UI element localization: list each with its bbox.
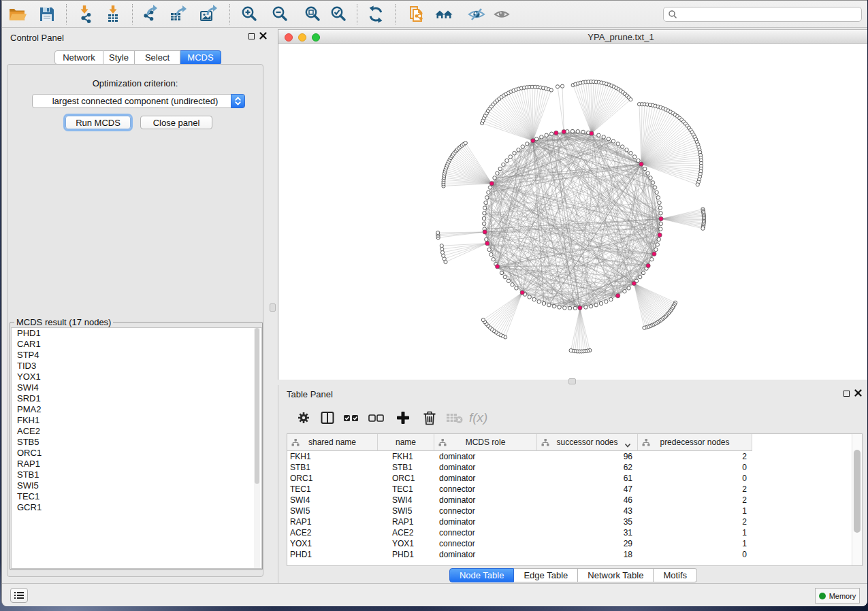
- table-tab-edge-table[interactable]: Edge Table: [514, 568, 578, 582]
- add-icon: [396, 410, 411, 425]
- import-network-icon: [76, 5, 95, 24]
- cell-name: ACE2: [378, 527, 434, 538]
- table-scrollbar[interactable]: [852, 434, 862, 565]
- column-header-name[interactable]: name: [378, 434, 434, 451]
- horizontal-splitter-grip[interactable]: [568, 378, 576, 384]
- network-overview-button[interactable]: [433, 3, 455, 25]
- mcds-result-item[interactable]: STB1: [12, 469, 261, 480]
- cell-MCDS-role: dominator: [434, 473, 537, 484]
- zoom-in-button[interactable]: [238, 3, 260, 25]
- tab-select[interactable]: Select: [135, 50, 180, 65]
- mcds-result-item[interactable]: TEC1: [12, 491, 261, 502]
- zoom-selected-button[interactable]: [327, 3, 349, 25]
- show-panel-button[interactable]: [491, 3, 513, 25]
- refresh-button[interactable]: [365, 3, 387, 25]
- cell-shared-name: RAP1: [287, 516, 378, 527]
- mcds-result-item[interactable]: FKH1: [12, 415, 261, 426]
- network-window-titlebar[interactable]: YPA_prune.txt_1: [278, 29, 867, 44]
- zoom-fit-button[interactable]: [302, 3, 323, 25]
- column-header-shared-name[interactable]: shared name: [287, 434, 378, 451]
- table-row[interactable]: PHD1PHD1dominator180: [287, 549, 752, 560]
- mcds-result-item[interactable]: PMA2: [12, 404, 261, 415]
- table-row[interactable]: YOX1YOX1connector291: [287, 538, 752, 549]
- mcds-result-item[interactable]: ACE2: [12, 426, 261, 437]
- table-row[interactable]: FKH1FKH1dominator962: [287, 451, 752, 462]
- cell-predecessor-nodes: 1: [638, 506, 752, 516]
- close-panel-icon[interactable]: [259, 31, 267, 42]
- tab-mcds[interactable]: MCDS: [180, 50, 221, 65]
- tab-style[interactable]: Style: [103, 50, 135, 65]
- cell-name: PHD1: [378, 549, 434, 560]
- close-table-panel-icon[interactable]: [854, 389, 862, 399]
- export-table-icon: [169, 5, 188, 24]
- save-session-icon: [37, 5, 57, 24]
- float-table-panel-icon[interactable]: [843, 391, 850, 397]
- memory-button[interactable]: Memory: [815, 588, 860, 604]
- import-network-button[interactable]: [74, 3, 96, 25]
- table-row[interactable]: ACE2ACE2connector311: [287, 527, 752, 538]
- result-scrollbar-thumb[interactable]: [255, 328, 259, 484]
- table-row[interactable]: STB1STB1dominator620: [287, 462, 752, 473]
- mcds-result-item[interactable]: CAR1: [12, 339, 261, 350]
- mcds-result-item[interactable]: STB5: [12, 437, 261, 448]
- mcds-result-item[interactable]: PHD1: [12, 328, 261, 339]
- mcds-result-item[interactable]: TID3: [12, 361, 261, 371]
- control-panel-header: Control Panel: [2, 28, 268, 47]
- table-row[interactable]: RAP1RAP1dominator352: [287, 516, 752, 527]
- hide-panel-button[interactable]: [466, 3, 487, 25]
- column-label: successor nodes: [556, 437, 617, 447]
- table-row[interactable]: ORC1ORC1dominator610: [287, 473, 752, 484]
- export-table-button[interactable]: [167, 3, 189, 25]
- float-panel-icon[interactable]: [248, 33, 255, 39]
- vertical-splitter-grip[interactable]: [270, 303, 276, 312]
- zoom-selected-icon: [329, 5, 348, 24]
- run-mcds-button[interactable]: Run MCDS: [65, 116, 131, 129]
- column-header-predecessor-nodes[interactable]: predecessor nodes: [638, 434, 752, 451]
- mcds-result-item[interactable]: SWI5: [12, 480, 261, 491]
- mcds-result-item[interactable]: SWI4: [12, 382, 261, 393]
- table-scrollbar-thumb[interactable]: [854, 450, 861, 533]
- import-table-button[interactable]: [103, 3, 125, 25]
- clone-network-button[interactable]: [406, 3, 428, 25]
- deselect-all-button[interactable]: [366, 408, 387, 428]
- gear-button[interactable]: [293, 408, 314, 428]
- dropdown-stepper-icon: [231, 94, 245, 108]
- search-input[interactable]: [663, 7, 862, 22]
- table-row[interactable]: TEC1TEC1connector472: [287, 484, 752, 495]
- save-session-button[interactable]: [36, 3, 58, 25]
- select-all-button[interactable]: [341, 408, 361, 428]
- table-row[interactable]: SWI4SWI4dominator462: [287, 495, 752, 506]
- zoom-out-button[interactable]: [269, 3, 291, 25]
- cell-name: SWI4: [378, 495, 434, 506]
- horizontal-splitter[interactable]: [278, 380, 867, 385]
- table-tab-motifs[interactable]: Motifs: [654, 568, 697, 582]
- mcds-result-item[interactable]: RAP1: [12, 459, 261, 469]
- mcds-result-item[interactable]: STP4: [12, 350, 261, 361]
- task-history-button[interactable]: [10, 588, 28, 603]
- add-button[interactable]: [393, 408, 413, 428]
- tab-network[interactable]: Network: [54, 50, 103, 65]
- mcds-result-item[interactable]: GCR1: [12, 502, 261, 513]
- criterion-dropdown[interactable]: largest connected component (undirected): [32, 94, 245, 108]
- table-row[interactable]: SWI5SWI5connector431: [287, 506, 752, 516]
- export-network-button[interactable]: [139, 3, 161, 25]
- close-panel-button[interactable]: Close panel: [140, 116, 212, 129]
- mcds-result-item[interactable]: YOX1: [12, 371, 261, 382]
- open-file-icon: [7, 5, 27, 24]
- mcds-result-item[interactable]: ORC1: [12, 448, 261, 459]
- vertical-splitter[interactable]: [268, 28, 278, 583]
- network-canvas[interactable]: [278, 44, 867, 380]
- column-header-MCDS-role[interactable]: MCDS role: [434, 434, 537, 451]
- table-tab-node-table[interactable]: Node Table: [449, 568, 515, 582]
- open-file-button[interactable]: [6, 3, 28, 25]
- table-panel-header: Table Panel: [278, 385, 867, 403]
- mcds-result-item[interactable]: SRD1: [12, 393, 261, 404]
- export-image-button[interactable]: [197, 3, 219, 25]
- cell-MCDS-role: dominator: [434, 462, 537, 473]
- delete-button[interactable]: [419, 408, 440, 428]
- table-tab-network-table[interactable]: Network Table: [578, 568, 654, 582]
- mcds-result-list[interactable]: PHD1CAR1STP4TID3YOX1SWI4SRD1PMA2FKH1ACE2…: [11, 327, 262, 569]
- result-list-scrollbar[interactable]: [254, 328, 260, 568]
- column-header-successor-nodes[interactable]: successor nodes: [537, 434, 638, 451]
- columns-button[interactable]: [317, 408, 338, 428]
